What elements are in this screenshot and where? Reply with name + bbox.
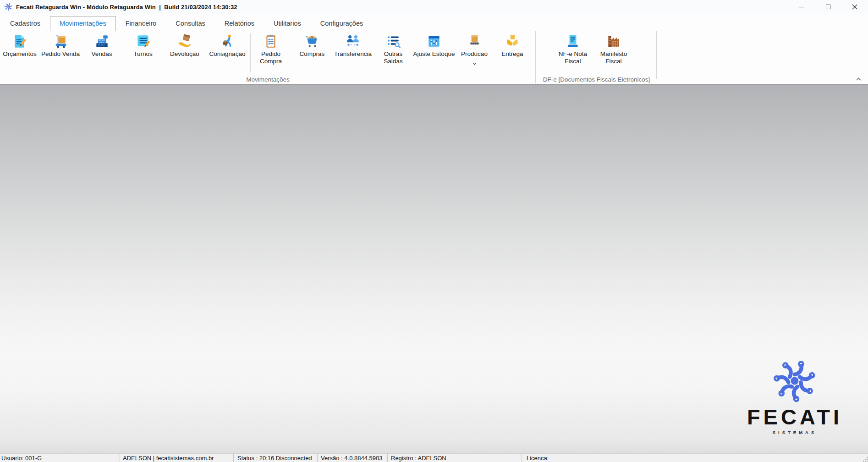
ribbon-item-entrega[interactable]: Entrega xyxy=(493,31,532,58)
brand-wordmark: FECATI xyxy=(747,406,842,428)
walking-person-icon xyxy=(220,33,235,49)
close-button[interactable] xyxy=(841,0,868,14)
chevron-up-icon xyxy=(856,77,861,81)
tab-configuracoes[interactable]: Configurações xyxy=(311,16,373,31)
ribbon-item-label: Manifesto Fiscal xyxy=(593,50,635,65)
app-logo-icon xyxy=(4,3,12,11)
resize-grip[interactable] xyxy=(862,456,868,462)
titlebar: Fecati Retaguarda Win - Módulo Retaguard… xyxy=(0,0,868,14)
ribbon-item-label: Ajuste Estoque xyxy=(413,50,455,58)
document-pencil-icon xyxy=(12,33,27,49)
ribbon-group-caption: Movimentações xyxy=(0,76,536,83)
ribbon-item-label: Devolução xyxy=(170,50,199,58)
ribbon-item-pedido-compra[interactable]: Pedido Compra xyxy=(252,31,290,65)
ribbon-item-label: NF-e Nota Fiscal xyxy=(553,50,593,65)
ribbon-group-separator xyxy=(535,31,536,83)
ribbon-item-label: Transferencia xyxy=(334,50,372,58)
close-icon xyxy=(852,4,857,10)
ribbon-item-producao[interactable]: Producao xyxy=(456,31,493,67)
ribbon-item-outras-saidas[interactable]: Outras Saidas xyxy=(374,31,412,65)
ribbon-item-label: Orçamentos xyxy=(3,50,37,58)
tab-financeiro[interactable]: Financeiro xyxy=(116,16,166,31)
ribbon-item-devolucao[interactable]: Devolução xyxy=(164,31,205,58)
maximize-button[interactable] xyxy=(815,0,841,14)
ribbon-item-label: Consignação xyxy=(209,50,246,58)
tab-movimentacoes[interactable]: Movimentações xyxy=(50,16,116,31)
ribbon: Orçamentos Pedido Venda xyxy=(0,31,868,85)
workspace-background: FECATI SISTEMAS xyxy=(0,85,868,453)
tab-consultas[interactable]: Consultas xyxy=(166,16,214,31)
ribbon-item-orcamentos[interactable]: Orçamentos xyxy=(0,31,39,58)
clipboard-checklist-icon xyxy=(263,33,279,49)
status-registro: Registro : ADELSON xyxy=(387,454,522,462)
tab-utilitarios[interactable]: Utilitarios xyxy=(264,16,311,31)
ribbon-item-pedido-venda[interactable]: Pedido Venda xyxy=(39,31,82,58)
app-window: Fecati Retaguarda Win - Módulo Retaguard… xyxy=(0,0,868,462)
ribbon-item-ajuste-estoque[interactable]: Ajuste Estoque xyxy=(412,31,456,58)
minimize-button[interactable] xyxy=(788,0,815,14)
status-licenca: Licenca: xyxy=(522,454,868,462)
ribbon-item-turnos[interactable]: Turnos xyxy=(122,31,164,58)
status-version: Versão : 4.0.8844.5903 xyxy=(317,454,387,462)
maximize-icon xyxy=(826,5,830,9)
status-user: Usuario: 001-G xyxy=(0,454,120,462)
ribbon-item-label: Pedido Compra xyxy=(252,50,290,65)
ribbon-item-consignacao[interactable]: Consignação xyxy=(205,31,249,58)
fecati-swirl-icon xyxy=(772,358,818,404)
ribbon-item-label: Entrega xyxy=(501,50,523,58)
brand-subtitle: SISTEMAS xyxy=(773,430,817,435)
ribbon-item-nfe-nota-fiscal[interactable]: NF-e Nota Fiscal xyxy=(553,31,593,65)
hand-truck-icon xyxy=(53,33,68,49)
status-bar: Usuario: 001-G ADELSON | fecatisistemas.… xyxy=(0,453,868,462)
window-controls xyxy=(788,0,868,14)
tab-relatorios[interactable]: Relatórios xyxy=(215,16,264,31)
ribbon-end-separator xyxy=(656,31,657,79)
ribbon-item-label: Outras Saidas xyxy=(374,50,412,65)
shopping-cart-icon xyxy=(304,33,320,49)
window-title: Fecati Retaguarda Win - Módulo Retaguard… xyxy=(16,4,237,11)
ribbon-item-label: Compras xyxy=(300,50,325,58)
ribbon-tab-bar: Cadastros Movimentações Financeiro Consu… xyxy=(0,14,868,31)
ribbon-item-label: Producao xyxy=(461,50,488,58)
fiscal-receipt-icon xyxy=(565,33,581,49)
ribbon-collapse-button[interactable] xyxy=(854,76,863,82)
conveyor-icon xyxy=(467,33,482,49)
box-on-hand-icon xyxy=(177,33,192,49)
ribbon-item-label: Turnos xyxy=(133,50,153,58)
ribbon-item-compras[interactable]: Compras xyxy=(292,31,332,58)
ribbon-item-label: Vendas xyxy=(91,50,112,58)
cash-register-icon xyxy=(94,33,110,49)
status-account: ADELSON | fecatisistemas.com.br xyxy=(120,454,233,462)
hands-box-icon xyxy=(505,33,520,49)
ribbon-item-vendas[interactable]: Vendas xyxy=(82,31,122,58)
ribbon-group-caption: DF-e [Documentos Fiscais Eletronicos] xyxy=(536,76,657,83)
fecati-brand-logo: FECATI SISTEMAS xyxy=(735,358,854,435)
dropdown-caret-icon xyxy=(472,59,477,67)
tab-cadastros[interactable]: Cadastros xyxy=(0,16,50,31)
ribbon-item-transferencia[interactable]: Transferencia xyxy=(332,31,374,58)
factory-icon xyxy=(606,33,621,49)
ribbon-item-label: Pedido Venda xyxy=(41,50,80,58)
people-transfer-icon xyxy=(345,33,361,49)
list-search-icon xyxy=(385,33,401,49)
minimize-icon xyxy=(799,7,804,7)
sliders-panel-icon xyxy=(426,33,442,49)
note-pencil-icon xyxy=(135,33,151,49)
ribbon-item-separator xyxy=(250,33,251,72)
ribbon-item-manifesto-fiscal[interactable]: Manifesto Fiscal xyxy=(593,31,635,65)
status-connection: Status : 20:16 Disconnected xyxy=(233,454,317,462)
